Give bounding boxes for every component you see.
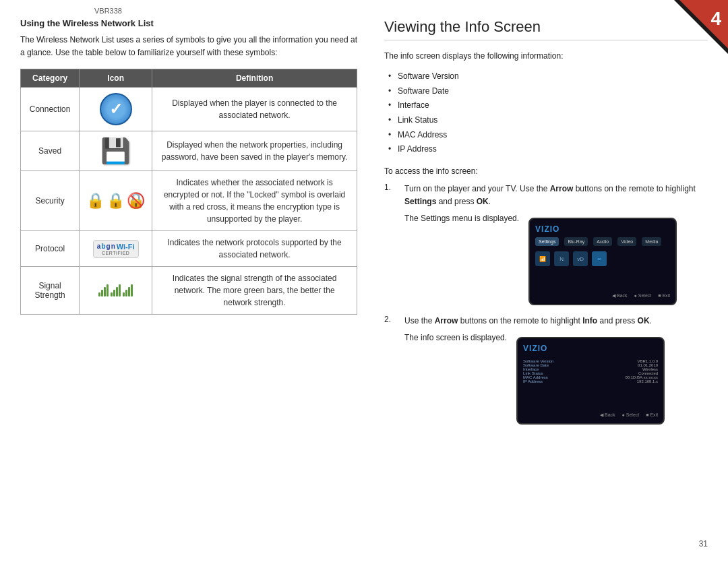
vizio-logo-1: VIZIO [535, 224, 559, 234]
wifi-logo-text: Wi-Fi [117, 243, 135, 251]
wifi-badge-top: a b g n Wi-Fi [97, 243, 135, 251]
signal-bar [111, 292, 113, 296]
page-badge: 4 [674, 0, 728, 54]
table-row: Protocol a b g n [21, 231, 357, 267]
icon-signal [80, 267, 152, 315]
protocol-letters: a b g n [97, 243, 115, 250]
tv-screenshot-2: VIZIO Software Version VBR1.1.0.0 Softwa… [516, 337, 665, 425]
wifi-badge-container: a b g n Wi-Fi CERTIFIED [93, 240, 139, 258]
definition-security: Indicates whether the associated network… [152, 171, 357, 231]
connection-checkmark-icon [100, 93, 132, 125]
tv-nav-back-2: ◀ Back [600, 412, 615, 418]
tv-nav-buttons-1: ◀ Back ● Select ■ Exit [612, 293, 670, 299]
step-2-text: Use the Arrow buttons on the remote to h… [404, 315, 665, 327]
step-1-number: 1. [384, 183, 395, 192]
info-bullet-list: Software Version Software Date Interface… [398, 69, 708, 157]
signal-group-1 [98, 284, 109, 296]
tv-icon-btn: N [554, 251, 569, 266]
step-2-container: 2. Use the Arrow buttons on the remote t… [384, 315, 665, 425]
tv-screenshot-1: VIZIO Settings Blu-Ray Audio Video Media… [528, 218, 677, 305]
step-2-note: The info screen is displayed. [404, 332, 507, 344]
definition-signal: Indicates the signal strength of the ass… [152, 267, 357, 315]
tv-nav-select: ● Select [634, 293, 652, 299]
icon-connection [80, 88, 152, 131]
step-2-section: 2. Use the Arrow buttons on the remote t… [384, 315, 708, 425]
wifi-certified-text: CERTIFIED [102, 251, 129, 255]
table-row: Signal Strength [21, 267, 357, 315]
signal-group-3 [123, 284, 133, 296]
category-security: Security [21, 171, 80, 231]
info-intro-text: The info screen displays the following i… [384, 50, 708, 63]
signal-bar [119, 284, 121, 296]
step-1-container: 1. Turn on the player and your TV. Use t… [384, 183, 708, 305]
main-content: Using the Wireless Network List The Wire… [0, 18, 728, 434]
step-2-note-area: The info screen is displayed. VIZIO Soft… [404, 332, 665, 425]
icon-saved: 💾 [80, 131, 152, 171]
floppy-disk-icon: 💾 [100, 137, 131, 165]
table-row: Security 🔒 🔒 🔒 🚫 Indicates whether the a… [21, 171, 357, 231]
step-1-note: The Settings menu is displayed. [404, 212, 519, 225]
category-connection: Connection [21, 88, 80, 131]
tv-menu-item: Video [617, 237, 636, 246]
bottom-page-number: 31 [699, 539, 708, 549]
signal-bar [125, 290, 127, 296]
letter-n: n [111, 243, 115, 250]
tv-nav-buttons-2: ◀ Back ● Select ■ Exit [600, 412, 658, 418]
signal-bar [113, 290, 115, 296]
wifi-certified-badge: a b g n Wi-Fi CERTIFIED [86, 240, 145, 258]
no-symbol-icon: 🚫 [127, 192, 145, 210]
definition-saved: Displayed when the network properties, i… [152, 131, 357, 171]
signal-bar-icons [86, 284, 145, 296]
icon-security: 🔒 🔒 🔒 🚫 [80, 171, 152, 231]
lock-icon-1: 🔒 [86, 192, 104, 210]
step-1-section: 1. Turn on the player and your TV. Use t… [384, 183, 708, 305]
table-row: Connection Displayed when the player is … [21, 88, 357, 131]
step-2-number: 2. [384, 315, 395, 324]
list-item: Interface [398, 98, 708, 113]
definition-protocol: Indicates the network protocols supporte… [152, 231, 357, 267]
security-icons-group: 🔒 🔒 🔒 🚫 [86, 192, 145, 210]
signal-bar [104, 287, 106, 296]
signal-bar [131, 284, 133, 296]
col-header-category: Category [21, 69, 80, 88]
signal-bar [128, 287, 130, 296]
signal-bar [123, 292, 125, 296]
right-column: Viewing the Info Screen The info screen … [384, 18, 708, 434]
tv-nav-select-2: ● Select [622, 412, 640, 418]
category-saved: Saved [21, 131, 80, 171]
col-header-icon: Icon [80, 69, 152, 88]
signal-bar [98, 292, 100, 296]
tv-icon-btn: ∞ [592, 251, 607, 266]
vizio-logo-2: VIZIO [523, 344, 547, 353]
tv-info-value: 192.168.1.x [637, 379, 658, 383]
list-item: MAC Address [398, 128, 708, 143]
list-item: Software Version [398, 69, 708, 84]
page-number: 4 [710, 8, 721, 30]
section-title: Viewing the Info Screen [384, 18, 708, 40]
tv-menu-item: Audio [593, 237, 612, 246]
icon-protocol: a b g n Wi-Fi CERTIFIED [80, 231, 152, 267]
letter-a: a [97, 243, 101, 250]
table-row: Saved 💾 Displayed when the network prope… [21, 131, 357, 171]
tv-nav-back: ◀ Back [612, 293, 628, 299]
signal-bar [101, 290, 103, 296]
signal-bar [107, 284, 109, 296]
signal-group-2 [111, 284, 121, 296]
tv-icon-btn: vD [573, 251, 588, 266]
step-1-content: Turn on the player and your TV. Use the … [404, 183, 708, 305]
tv-nav-exit: ■ Exit [658, 293, 670, 299]
tv-menu-item: Blu-Ray [564, 237, 588, 246]
signal-bar [116, 287, 118, 296]
tv-icon-row-1: 📶 N vD ∞ [535, 251, 607, 266]
lock-no-icon: 🔒 🚫 [127, 192, 145, 210]
step-2-content: Use the Arrow buttons on the remote to h… [404, 315, 665, 425]
category-protocol: Protocol [21, 231, 80, 267]
wireless-intro-text: The Wireless Network List uses a series … [20, 34, 357, 59]
top-bar: VBR338 [0, 0, 728, 18]
tv-icon-btn: 📶 [535, 251, 550, 266]
access-heading: To access the info screen: [384, 166, 708, 176]
category-signal: Signal Strength [21, 267, 80, 315]
col-header-definition: Definition [152, 69, 357, 88]
tv-info-row: IP Address 192.168.1.x [523, 379, 658, 383]
list-item: IP Address [398, 142, 708, 157]
